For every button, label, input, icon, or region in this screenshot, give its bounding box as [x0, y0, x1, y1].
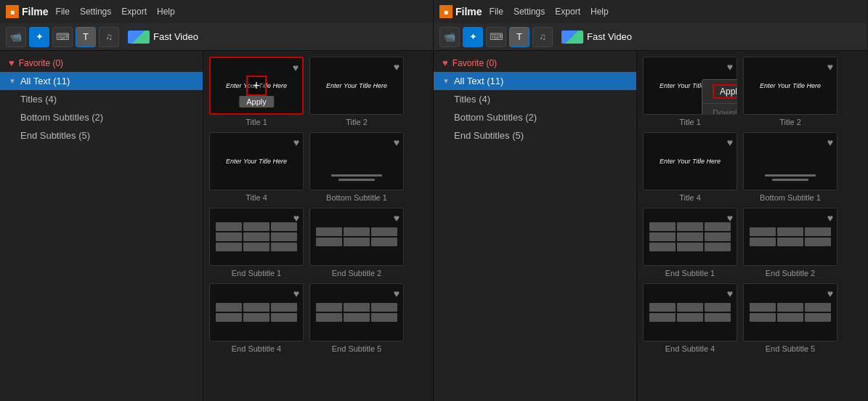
ec10: [316, 227, 342, 236]
tool-text-right[interactable]: T: [509, 27, 530, 47]
heart-bsub1-left[interactable]: ♥: [394, 137, 399, 148]
ctx-apply-right[interactable]: Apply: [702, 80, 737, 104]
label-esub5-left: End Subtitle 5: [309, 344, 404, 353]
tool-audio-left[interactable]: ♫: [99, 27, 119, 47]
grid-thumb-esub5-right[interactable]: ♥: [743, 283, 837, 341]
menu-items-left: File Settings Export Help: [56, 7, 175, 17]
grid-item-esub1-left: ♥ End Subtitle 1: [209, 208, 304, 278]
heart-esub4-left[interactable]: ♥: [293, 288, 299, 299]
grid-thumb-title1-left[interactable]: Enter Your Title Here + ♥ Apply: [209, 57, 304, 115]
heart-title2-right[interactable]: ♥: [827, 61, 833, 73]
tool-import-left[interactable]: 📹: [6, 27, 26, 47]
sidebar-bottomsubs-left[interactable]: Bottom Subtitles (2): [0, 108, 203, 126]
heart-title1-left[interactable]: ♥: [293, 62, 299, 73]
menu-settings-left[interactable]: Settings: [80, 7, 111, 17]
ec15: [371, 238, 397, 246]
label-title2-left: Title 2: [309, 118, 404, 126]
sidebar-favorite-label-right: Favorite (0): [453, 58, 497, 68]
menu-help-right[interactable]: Help: [591, 7, 609, 17]
grid-item-title2-right: Enter Your Title Here ♥ Title 2: [743, 57, 837, 126]
grid-thumb-bsub1-left[interactable]: ♥: [309, 132, 404, 190]
grid-thumb-title2-right[interactable]: Enter Your Title Here ♥: [743, 57, 837, 115]
tool-cut-left[interactable]: ⌨: [52, 27, 73, 47]
heart-esub5-left[interactable]: ♥: [394, 288, 399, 299]
label-bsub1-right: Bottom Subtitle 1: [743, 193, 837, 202]
grid-thumb-esub1-right[interactable]: ♥: [643, 208, 737, 266]
sidebar-right: ♥ Favorite (0) ▼ All Text (11) Titles (4…: [434, 51, 637, 401]
grid-item-esub5-left: ♥ End Subtitle 5: [309, 283, 404, 353]
sidebar-alltext-left[interactable]: ▼ All Text (11): [0, 72, 203, 90]
sidebar-bottomsubs-right[interactable]: Bottom Subtitles (2): [434, 108, 636, 126]
tool-import-right[interactable]: 📹: [439, 27, 460, 47]
heart-title2-left[interactable]: ♥: [394, 61, 399, 73]
tool-fx-right[interactable]: ✦: [463, 27, 483, 47]
grid-thumb-esub2-right[interactable]: ♥: [743, 208, 837, 266]
grid-thumb-bsub1-right[interactable]: ♥: [743, 132, 837, 190]
tool-cut-right[interactable]: ⌨: [486, 27, 506, 47]
grid-thumb-title1-right[interactable]: Enter Your Title Here ♥ Apply Download A…: [643, 57, 737, 115]
end-grid5-right: [744, 297, 837, 328]
heart-esub4-right[interactable]: ♥: [727, 288, 733, 299]
heart-title1-right[interactable]: ♥: [727, 61, 733, 73]
tool-text-left[interactable]: T: [76, 27, 96, 47]
heart-esub5-right[interactable]: ♥: [827, 288, 833, 299]
fast-video-badge-right: Fast Video: [561, 31, 632, 44]
grid-thumb-esub1-left[interactable]: ♥: [209, 208, 304, 266]
heart-esub1-left[interactable]: ♥: [293, 212, 299, 224]
apply-overlay-left[interactable]: Apply: [239, 96, 274, 108]
end-grid1-right: [644, 216, 737, 257]
grid-thumb-esub4-right[interactable]: ♥: [643, 283, 737, 341]
menu-help-left[interactable]: Help: [157, 7, 175, 17]
apply-ctx-label: Apply: [713, 84, 737, 99]
menu-file-left[interactable]: File: [56, 7, 70, 17]
menu-bar-left: ■ Filme File Settings Export Help: [0, 0, 433, 23]
ec4: [216, 232, 242, 241]
label-title2-right: Title 2: [743, 118, 837, 126]
grid-thumb-title4-right[interactable]: Enter Your Title Here ♥: [643, 132, 737, 190]
sidebar-favorite-right[interactable]: ♥ Favorite (0): [434, 54, 636, 72]
grid-item-esub1-right: ♥ End Subtitle 1: [643, 208, 737, 278]
grid-thumb-esub2-left[interactable]: ♥: [309, 208, 404, 266]
sidebar-alltext-right[interactable]: ▼ All Text (11): [434, 72, 636, 90]
sidebar-favorite-left[interactable]: ♥ Favorite (0): [0, 54, 203, 72]
ec17: [243, 303, 269, 312]
title2-text-right: Enter Your Title Here: [760, 82, 821, 89]
title4-text-left: Enter Your Title Here: [226, 158, 287, 165]
app-logo-right: ■ Filme: [439, 5, 482, 18]
grid-thumb-esub4-left[interactable]: ♥: [209, 283, 304, 341]
menu-file-right[interactable]: File: [490, 7, 503, 17]
tool-fx-left[interactable]: ✦: [29, 27, 49, 47]
heart-title4-left[interactable]: ♥: [293, 137, 299, 148]
end-grid4-right: [644, 297, 737, 328]
ec20: [243, 313, 269, 322]
heart-title4-right[interactable]: ♥: [727, 137, 733, 148]
grid-thumb-title2-left[interactable]: Enter Your Title Here ♥: [309, 57, 404, 115]
app-name-right: Filme: [455, 6, 482, 17]
menu-settings-right[interactable]: Settings: [514, 7, 545, 17]
left-panel: ■ Filme File Settings Export Help 📹 ✦ ⌨ …: [0, 0, 434, 401]
ec14: [344, 238, 370, 246]
sidebar-endsubs-label-right: End Subtitles (5): [454, 130, 524, 141]
content-left: ♥ Favorite (0) ▼ All Text (11) Titles (4…: [0, 51, 433, 401]
grid-thumb-title4-left[interactable]: Enter Your Title Here ♥: [209, 132, 304, 190]
grid-thumb-esub5-left[interactable]: ♥: [309, 283, 404, 341]
menu-export-left[interactable]: Export: [121, 7, 147, 17]
ec27: [371, 313, 397, 322]
heart-bsub1-right[interactable]: ♥: [827, 137, 833, 148]
sidebar-endsubs-left[interactable]: End Subtitles (5): [0, 126, 203, 145]
sidebar-endsubs-label-left: End Subtitles (5): [20, 130, 90, 141]
heart-esub2-left[interactable]: ♥: [394, 212, 399, 224]
subtitle-lines-right: [765, 174, 816, 181]
sidebar-endsubs-right[interactable]: End Subtitles (5): [434, 126, 636, 145]
sidebar-titles-left[interactable]: Titles (4): [0, 90, 203, 108]
sidebar-titles-right[interactable]: Titles (4): [434, 90, 636, 108]
fv-icon-left: [128, 31, 150, 44]
sidebar-titles-label-right: Titles (4): [454, 94, 490, 105]
ec1: [216, 222, 242, 231]
fast-video-label-right: Fast Video: [587, 31, 632, 42]
tool-audio-right[interactable]: ♫: [532, 27, 553, 47]
heart-esub1-right[interactable]: ♥: [727, 212, 733, 224]
heart-esub2-right[interactable]: ♥: [827, 212, 833, 224]
ec12: [371, 227, 397, 236]
menu-export-right[interactable]: Export: [555, 7, 580, 17]
